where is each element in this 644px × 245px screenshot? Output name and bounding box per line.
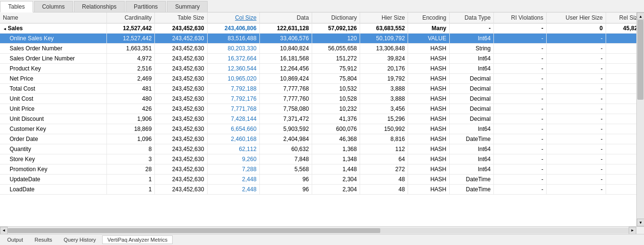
cell-user_hier_size: -	[547, 114, 606, 124]
parent-row[interactable]: ◄ Sales12,527,442243,452,630243,406,8061…	[0, 23, 644, 34]
cell-encoding: HASH	[408, 185, 449, 195]
cell-user_hier_size: -	[547, 154, 606, 164]
cell-data_type: Int64	[449, 64, 493, 74]
cell-encoding: HASH	[408, 134, 449, 144]
header-ri_violations[interactable]: RI Violations	[494, 12, 547, 23]
cell-dictionary: 75,804	[312, 74, 360, 84]
cell-encoding: HASH	[408, 114, 449, 124]
table-row[interactable]: Sales Order Number1,663,351243,452,63080…	[0, 44, 644, 54]
header-cardinality[interactable]: Cardinality	[107, 12, 155, 23]
cell-ri_violations: -	[494, 154, 547, 164]
cell-name: Product Key	[0, 64, 107, 74]
header-encoding[interactable]: Encoding	[408, 12, 449, 23]
h-scroll-track[interactable]	[8, 228, 629, 233]
cell-ri_violations: -	[494, 44, 547, 54]
cell-col_size: 9,260	[207, 154, 259, 164]
cell-data_type: Decimal	[449, 114, 493, 124]
cell-name: Net Price	[0, 74, 107, 84]
cell-dictionary: 46,368	[312, 134, 360, 144]
cell-encoding: VALUE	[408, 34, 449, 44]
scroll-track[interactable]	[637, 20, 644, 219]
cell-hier_size: 63,683,552	[360, 23, 408, 34]
table-row[interactable]: Unit Price426243,452,6307,771,7687,758,0…	[0, 104, 644, 114]
cell-data: 96	[259, 185, 312, 195]
bottom-tab-output[interactable]: Output	[2, 235, 28, 244]
table-row[interactable]: Sales Order Line Number4,972243,452,6301…	[0, 54, 644, 64]
table-row[interactable]: Quantity8243,452,63062,11260,6321,368112…	[0, 144, 644, 154]
cell-cardinality: 12,527,442	[107, 23, 155, 34]
cell-encoding: HASH	[408, 104, 449, 114]
bottom-tab-results[interactable]: Results	[29, 235, 58, 244]
scroll-right-button[interactable]: ►	[629, 227, 636, 234]
table-row[interactable]: Product Key2,516243,452,63012,360,54412,…	[0, 64, 644, 74]
cell-col_size: 7,288	[207, 164, 259, 175]
cell-data: 10,840,824	[259, 44, 312, 54]
table-row[interactable]: Total Cost481243,452,6307,792,1887,777,7…	[0, 84, 644, 94]
table-row[interactable]: Promotion Key28243,452,6307,2885,5681,44…	[0, 164, 644, 175]
scroll-left-button[interactable]: ◄	[0, 227, 8, 234]
cell-name: UpdateDate	[0, 175, 107, 185]
cell-cardinality: 481	[107, 84, 155, 94]
table-row[interactable]: Net Price2,469243,452,63010,965,02010,86…	[0, 74, 644, 84]
tab-partitions[interactable]: Partitions	[126, 1, 166, 12]
cell-cardinality: 12,527,442	[107, 34, 155, 44]
table-row[interactable]: UpdateDate1243,452,6302,448962,30448HASH…	[0, 175, 644, 185]
tab-tables[interactable]: Tables	[0, 1, 33, 12]
cell-encoding: HASH	[408, 64, 449, 74]
h-scroll-thumb[interactable]	[8, 228, 380, 233]
cell-hier_size: 112	[360, 144, 408, 154]
tab-relationships[interactable]: Relationships	[74, 1, 125, 12]
cell-table_size: 243,452,630	[155, 144, 207, 154]
tab-summary[interactable]: Summary	[167, 1, 208, 12]
tab-columns[interactable]: Columns	[34, 1, 73, 12]
table-row[interactable]: Unit Discount1,906243,452,6307,428,1447,…	[0, 114, 644, 124]
cell-name: Unit Discount	[0, 114, 107, 124]
cell-encoding: HASH	[408, 164, 449, 175]
bottom-tab-query_history[interactable]: Query History	[59, 235, 101, 244]
table-row[interactable]: Customer Key18,869243,452,6306,654,6605,…	[0, 124, 644, 134]
header-table_size[interactable]: Table Size	[155, 12, 207, 23]
header-col_size[interactable]: Col Size	[207, 12, 259, 23]
scroll-thumb[interactable]	[637, 20, 644, 100]
cell-data_type: Decimal	[449, 104, 493, 114]
cell-table_size: 243,452,630	[155, 134, 207, 144]
cell-data_type: String	[449, 44, 493, 54]
cell-data_type: Int64	[449, 144, 493, 154]
cell-hier_size: 3,456	[360, 104, 408, 114]
tab-bar: TablesColumnsRelationshipsPartitionsSumm…	[0, 0, 644, 12]
cell-name: Customer Key	[0, 124, 107, 134]
horizontal-scrollbar[interactable]: ◄ ►	[0, 226, 644, 234]
cell-cardinality: 426	[107, 104, 155, 114]
cell-table_size: 243,452,630	[155, 34, 207, 44]
expand-arrow-icon[interactable]: ◄	[3, 27, 8, 31]
header-data_type[interactable]: Data Type	[449, 12, 493, 23]
header-user_hier_size[interactable]: User Hier Size	[547, 12, 606, 23]
cell-data: 16,181,568	[259, 54, 312, 64]
cell-user_hier_size: -	[547, 144, 606, 154]
table-row[interactable]: Order Date1,096243,452,6302,460,1682,404…	[0, 134, 644, 144]
header-dictionary[interactable]: Dictionary	[312, 12, 360, 23]
table-row[interactable]: Unit Cost480243,452,6307,792,1767,777,76…	[0, 94, 644, 104]
cell-name: Unit Price	[0, 104, 107, 114]
cell-dictionary: 56,055,658	[312, 44, 360, 54]
vertical-scrollbar[interactable]: ▲ ▼	[636, 12, 644, 226]
cell-encoding: HASH	[408, 175, 449, 185]
cell-col_size: 7,792,176	[207, 94, 259, 104]
table-body: ◄ Sales12,527,442243,452,630243,406,8061…	[0, 23, 644, 195]
header-name[interactable]: Name	[0, 12, 107, 23]
scroll-up-button[interactable]: ▲	[637, 12, 644, 20]
table-row[interactable]: Online Sales Key12,527,442243,452,63083,…	[0, 34, 644, 44]
header-hier_size[interactable]: Hier Size	[360, 12, 408, 23]
cell-encoding: HASH	[408, 54, 449, 64]
scroll-down-button[interactable]: ▼	[637, 219, 644, 226]
cell-cardinality: 1	[107, 175, 155, 185]
table-row[interactable]: LoadDate1243,452,6302,448962,30448HASHDa…	[0, 185, 644, 195]
cell-data: 7,758,080	[259, 104, 312, 114]
table-row[interactable]: Store Key3243,452,6309,2607,8481,34864HA…	[0, 154, 644, 164]
cell-dictionary: 600,076	[312, 124, 360, 134]
cell-data_type: -	[449, 23, 493, 34]
cell-cardinality: 18,869	[107, 124, 155, 134]
bottom-tab-vertipaq[interactable]: VertiPaq Analyzer Metrics	[102, 235, 173, 244]
cell-ri_violations: -	[494, 185, 547, 195]
header-data[interactable]: Data	[259, 12, 312, 23]
